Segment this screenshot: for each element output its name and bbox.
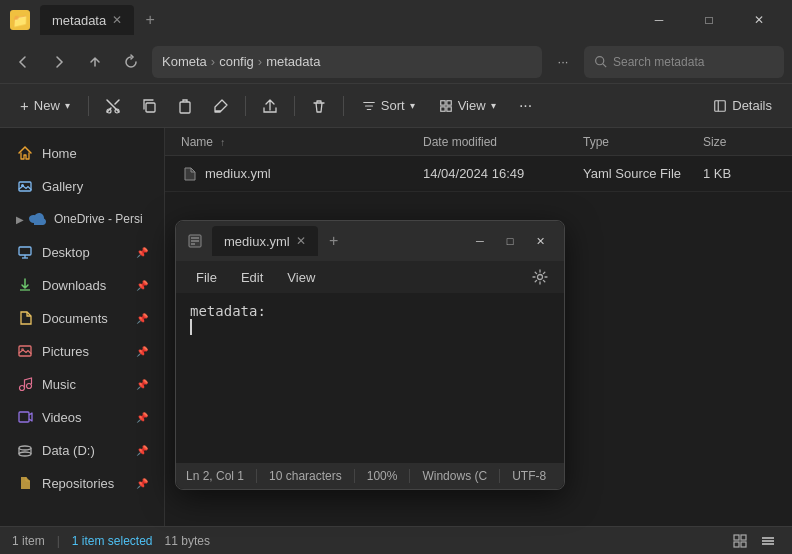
notepad-char-count: 10 characters <box>269 469 342 483</box>
sidebar-item-desktop[interactable]: Desktop 📌 <box>4 236 160 268</box>
notepad-maximize-button[interactable]: □ <box>496 229 524 253</box>
app-icon: 📁 <box>10 10 30 30</box>
sidebar-item-downloads[interactable]: Downloads 📌 <box>4 269 160 301</box>
copy-button[interactable] <box>133 90 165 122</box>
refresh-button[interactable] <box>116 47 146 77</box>
file-size: 11 bytes <box>165 534 210 548</box>
new-tab-button[interactable]: + <box>138 8 162 32</box>
notepad-file-menu[interactable]: File <box>186 264 227 290</box>
svg-rect-22 <box>19 412 29 422</box>
sidebar-onedrive-label: OneDrive - Persi <box>54 212 148 226</box>
svg-rect-12 <box>19 182 31 191</box>
share-icon <box>262 98 278 114</box>
tab-title: metadata <box>52 13 106 28</box>
breadcrumb-config[interactable]: config <box>219 54 254 69</box>
breadcrumb-metadata[interactable]: metadata <box>266 54 320 69</box>
svg-rect-25 <box>734 535 739 540</box>
share-button[interactable] <box>254 90 286 122</box>
rename-button[interactable] <box>205 90 237 122</box>
close-button[interactable]: ✕ <box>736 4 782 36</box>
sidebar: Home Gallery ▶ OneDrive - Persi Desktop … <box>0 128 165 526</box>
notepad-active-tab[interactable]: mediux.yml ✕ <box>212 226 318 256</box>
notepad-minimize-button[interactable]: ─ <box>466 229 494 253</box>
table-row[interactable]: mediux.yml 14/04/2024 16:49 Yaml Source … <box>165 156 792 192</box>
forward-button[interactable] <box>44 47 74 77</box>
sidebar-item-pictures[interactable]: Pictures 📌 <box>4 335 160 367</box>
tab-close-button[interactable]: ✕ <box>112 13 122 27</box>
header-modified[interactable]: Date modified <box>415 135 575 149</box>
notepad-window-controls: ─ □ ✕ <box>466 229 554 253</box>
pictures-pin: 📌 <box>136 346 148 357</box>
header-type[interactable]: Type <box>575 135 695 149</box>
music-pin: 📌 <box>136 379 148 390</box>
notepad-content[interactable]: metadata: <box>176 293 564 463</box>
notepad-tab-close-button[interactable]: ✕ <box>296 234 306 248</box>
sidebar-item-onedrive[interactable]: ▶ OneDrive - Persi <box>4 203 160 235</box>
sidebar-item-home[interactable]: Home <box>4 137 160 169</box>
documents-icon <box>16 309 34 327</box>
toolbar: + New ▾ Sort ▾ View ▾ ··· Details <box>0 84 792 128</box>
search-placeholder: Search metadata <box>613 55 704 69</box>
view-button[interactable]: View ▾ <box>429 90 506 122</box>
paste-button[interactable] <box>169 90 201 122</box>
sidebar-item-repositories[interactable]: Repositories 📌 <box>4 467 160 499</box>
nav-more-button[interactable]: ··· <box>548 47 578 77</box>
sidebar-item-gallery[interactable]: Gallery <box>4 170 160 202</box>
svg-rect-5 <box>180 102 190 113</box>
sort-arrow: ▾ <box>410 100 415 111</box>
sidebar-desktop-label: Desktop <box>42 245 128 260</box>
notepad-edit-menu[interactable]: Edit <box>231 264 273 290</box>
sidebar-gallery-label: Gallery <box>42 179 148 194</box>
breadcrumb-kometa[interactable]: Kometa <box>162 54 207 69</box>
grid-view-icon <box>733 534 747 548</box>
list-view-button[interactable] <box>756 529 780 553</box>
sidebar-item-documents[interactable]: Documents 📌 <box>4 302 160 334</box>
svg-rect-28 <box>741 542 746 547</box>
notepad-add-tab-button[interactable]: + <box>322 229 346 253</box>
header-name[interactable]: Name ↑ <box>165 135 415 149</box>
active-tab[interactable]: metadata ✕ <box>40 5 134 35</box>
datad-pin: 📌 <box>136 445 148 456</box>
svg-point-21 <box>27 384 32 389</box>
notepad-status-sep3 <box>409 469 410 483</box>
item-count: 1 item <box>12 534 45 548</box>
status-bar: 1 item | 1 item selected 11 bytes <box>0 526 792 554</box>
grid-view-button[interactable] <box>728 529 752 553</box>
new-button[interactable]: + New ▾ <box>10 90 80 122</box>
rename-icon <box>213 98 229 114</box>
repos-pin: 📌 <box>136 478 148 489</box>
back-button[interactable] <box>8 47 38 77</box>
svg-point-0 <box>596 57 604 65</box>
sidebar-music-label: Music <box>42 377 128 392</box>
sidebar-item-videos[interactable]: Videos 📌 <box>4 401 160 433</box>
notepad-text-line2 <box>190 319 550 335</box>
details-button[interactable]: Details <box>703 90 782 122</box>
minimize-button[interactable]: ─ <box>636 4 682 36</box>
breadcrumb[interactable]: Kometa › config › metadata <box>152 46 542 78</box>
header-size[interactable]: Size <box>695 135 775 149</box>
notepad-view-menu[interactable]: View <box>277 264 325 290</box>
svg-rect-4 <box>146 103 155 112</box>
svg-rect-9 <box>447 106 451 110</box>
sort-button[interactable]: Sort ▾ <box>352 90 425 122</box>
sidebar-item-music[interactable]: Music 📌 <box>4 368 160 400</box>
new-label: New <box>34 98 60 113</box>
gallery-icon <box>16 177 34 195</box>
more-button[interactable]: ··· <box>510 90 542 122</box>
paste-icon <box>177 98 193 114</box>
svg-rect-7 <box>447 100 451 104</box>
notepad-close-button[interactable]: ✕ <box>526 229 554 253</box>
sidebar-item-datad[interactable]: Data (D:) 📌 <box>4 434 160 466</box>
breadcrumb-sep2: › <box>258 54 262 69</box>
desktop-icon <box>16 243 34 261</box>
maximize-button[interactable]: □ <box>686 4 732 36</box>
search-bar[interactable]: Search metadata <box>584 46 784 78</box>
music-icon <box>16 375 34 393</box>
notepad-settings-button[interactable] <box>526 263 554 291</box>
nav-bar: Kometa › config › metadata ··· Search me… <box>0 40 792 84</box>
toolbar-separator-4 <box>343 96 344 116</box>
cut-button[interactable] <box>97 90 129 122</box>
delete-button[interactable] <box>303 90 335 122</box>
up-button[interactable] <box>80 47 110 77</box>
sort-arrow-name: ↑ <box>220 137 225 148</box>
